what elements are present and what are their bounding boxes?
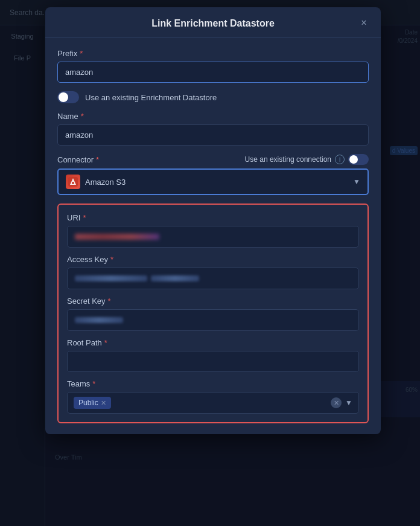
uri-label: URI *: [67, 213, 359, 222]
name-label: Name *: [57, 112, 369, 121]
secret-key-required: *: [108, 297, 111, 306]
modal-dialog: Link Enrichment Datastore × Prefix * Use…: [45, 7, 381, 434]
uri-required: *: [83, 213, 86, 222]
connection-details-section: URI * Access Key *: [57, 204, 369, 423]
access-key-masked-2: [151, 275, 199, 281]
prefix-required: *: [80, 49, 83, 58]
prefix-group: Prefix *: [57, 49, 369, 83]
connector-select-left: Amazon S3: [66, 175, 126, 189]
name-required: *: [81, 112, 84, 121]
connector-chevron-icon: ▼: [353, 178, 360, 186]
root-path-required: *: [104, 338, 107, 347]
connector-selected-value: Amazon S3: [85, 178, 126, 187]
name-group: Name *: [57, 112, 369, 146]
uri-group: URI *: [67, 213, 359, 248]
public-tag-label: Public: [78, 399, 98, 407]
modal-title: Link Enrichment Datastore: [151, 18, 275, 29]
teams-label: Teams *: [67, 379, 359, 388]
connector-required: *: [96, 155, 99, 164]
access-key-masked: [75, 275, 147, 281]
prefix-label: Prefix *: [57, 49, 369, 58]
public-tag: Public ✕: [74, 397, 111, 409]
connector-select-group: Amazon S3 ▼: [57, 168, 369, 195]
connector-icon: [66, 175, 80, 189]
connector-select[interactable]: Amazon S3 ▼: [57, 168, 369, 195]
teams-input[interactable]: Public ✕ ✕ ▼: [67, 392, 359, 414]
teams-clear-icon[interactable]: ✕: [331, 397, 342, 408]
existing-datastore-toggle[interactable]: [57, 91, 79, 103]
root-path-input[interactable]: [67, 351, 359, 372]
connector-label: Connector *: [57, 155, 99, 164]
prefix-input[interactable]: [57, 62, 369, 83]
teams-chevron-icon[interactable]: ▼: [345, 399, 352, 407]
access-key-group: Access Key *: [67, 255, 359, 289]
info-icon[interactable]: i: [335, 155, 345, 164]
secret-key-input[interactable]: [67, 309, 359, 331]
close-button[interactable]: ×: [357, 16, 371, 30]
svg-point-1: [72, 182, 74, 184]
teams-tags: Public ✕: [74, 397, 111, 409]
root-path-label: Root Path *: [67, 338, 359, 347]
access-key-label: Access Key *: [67, 255, 359, 264]
secret-key-group: Secret Key *: [67, 297, 359, 331]
existing-datastore-label: Use an existing Enrichment Datastore: [85, 93, 217, 102]
teams-group: Teams * Public ✕ ✕ ▼: [67, 379, 359, 414]
public-tag-close[interactable]: ✕: [101, 399, 106, 407]
existing-connection-section: Use an existing connection i: [245, 154, 369, 165]
modal-header: Link Enrichment Datastore ×: [45, 7, 381, 38]
uri-masked-value: [75, 234, 159, 240]
name-input[interactable]: [57, 124, 369, 146]
existing-connection-toggle[interactable]: [348, 154, 369, 165]
access-key-required: *: [110, 255, 113, 264]
modal-body: Prefix * Use an existing Enrichment Data…: [45, 38, 381, 434]
uri-input[interactable]: [67, 226, 359, 248]
secret-key-label: Secret Key *: [67, 297, 359, 306]
secret-key-masked: [75, 317, 123, 323]
access-key-input[interactable]: [67, 268, 359, 289]
teams-controls: ✕ ▼: [331, 397, 352, 408]
connector-header: Connector * Use an existing connection i: [57, 154, 369, 165]
existing-connection-label: Use an existing connection: [245, 155, 331, 164]
existing-datastore-toggle-row: Use an existing Enrichment Datastore: [57, 91, 369, 103]
root-path-group: Root Path *: [67, 338, 359, 372]
teams-required: *: [92, 379, 95, 388]
